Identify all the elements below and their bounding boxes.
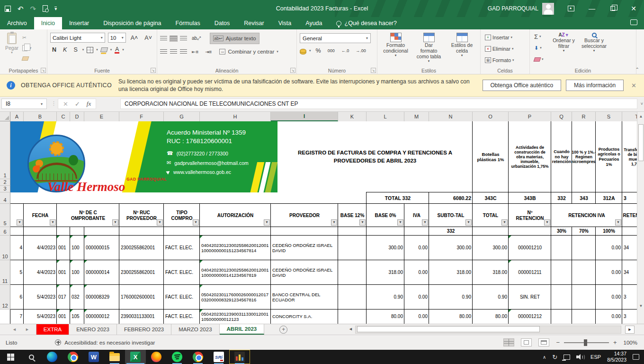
taskbar-chrome-icon[interactable]	[63, 350, 83, 364]
cell-Q13[interactable]	[551, 309, 572, 324]
code-cell-S4[interactable]: 312A	[596, 192, 622, 204]
decrease-font-icon[interactable]: A˅	[143, 34, 154, 42]
fill-button[interactable]: ⬇ ▾	[533, 44, 545, 52]
row-header-10[interactable]: 10	[0, 236, 10, 260]
column-header-L[interactable]: L	[367, 112, 404, 121]
category-cell-P[interactable]: Actividades de construcción de obra mate…	[509, 121, 551, 192]
cell-G12[interactable]: FACT. ELEC.	[164, 285, 200, 309]
font-name-select[interactable]: Calibri Light▾	[50, 33, 105, 43]
confirm-entry-icon[interactable]: ✓	[75, 100, 80, 108]
subheader-cell-D[interactable]	[70, 227, 84, 236]
tell-me-search[interactable]: ¿Qué desea hacer?	[330, 17, 404, 29]
minimize-button[interactable]: —	[581, 0, 602, 17]
filter-button-N[interactable]: ▼	[465, 219, 472, 226]
font-size-select[interactable]: 10▾	[108, 33, 126, 43]
increase-indent-icon[interactable]: ⇥≡	[203, 49, 214, 55]
table-header-n-ruc-proveedor[interactable]: Nº RUC PROVEEDOR▼	[119, 204, 164, 227]
collapse-ribbon-icon[interactable]: ⌃	[635, 67, 639, 72]
cell-H11[interactable]: 0404202301230025586200120011000000000141…	[200, 260, 271, 285]
table-header-iva[interactable]: IVA▼	[404, 204, 429, 227]
filter-button-O[interactable]: ▼	[501, 219, 508, 226]
taskbar-start-icon[interactable]	[0, 350, 21, 364]
cell-B13[interactable]: 5/4/2023	[24, 309, 57, 324]
align-bottom-icon[interactable]	[180, 36, 187, 41]
cell-C11[interactable]: 001	[57, 260, 70, 285]
cell-K12[interactable]	[338, 285, 367, 309]
sync-icon[interactable]: ↻	[552, 354, 557, 361]
table-header-fecha[interactable]: FECHA▼	[24, 204, 57, 227]
name-box[interactable]: I8▾	[1, 99, 47, 109]
code-cell-O4[interactable]: 343C	[473, 192, 509, 204]
filter-button-A[interactable]: ▼	[17, 219, 23, 226]
taskbar-explorer-icon[interactable]	[104, 350, 125, 364]
subheader-cell-C[interactable]	[57, 227, 70, 236]
row-header-2[interactable]: 2	[0, 179, 10, 186]
subheader-cell-P[interactable]	[509, 227, 551, 236]
taskbar-search-icon[interactable]	[21, 350, 42, 364]
clear-button[interactable]: ▾	[533, 55, 545, 64]
ribbon-tab-ayuda[interactable]: Ayuda	[298, 17, 329, 29]
cell-D10[interactable]: 100	[70, 236, 84, 260]
cell-R13[interactable]	[572, 309, 596, 324]
page-layout-view-button[interactable]	[521, 338, 532, 346]
align-center-icon[interactable]	[170, 49, 177, 55]
align-right-icon[interactable]	[180, 49, 187, 55]
autosum-button[interactable]: Σ ▾	[533, 32, 545, 41]
sheet-tab-abril-2023[interactable]: ABRIL 2023	[220, 324, 265, 335]
align-left-icon[interactable]	[160, 49, 167, 55]
cell-I10[interactable]: CEDEÑO ORDOÑEZ ISRAEL DAVID	[271, 236, 338, 260]
select-all-corner[interactable]	[0, 112, 10, 121]
column-header-C[interactable]: C	[57, 112, 70, 121]
subheader-cell-K[interactable]	[338, 227, 367, 236]
cell-D11[interactable]: 100	[70, 260, 84, 285]
subheader-cell-M[interactable]	[404, 227, 429, 236]
volume-icon[interactable]	[576, 354, 584, 360]
column-header-I[interactable]: I	[271, 112, 338, 121]
cell-N11[interactable]: 318.00	[429, 260, 473, 285]
cell-S11[interactable]: 0.00	[596, 260, 622, 285]
column-header-O[interactable]: O	[473, 112, 509, 121]
worksheet[interactable]: GAD PARROQUIAL Valle Hermoso Acuerdo Min…	[0, 112, 637, 324]
underline-button[interactable]: S	[72, 46, 79, 54]
cell-F12[interactable]: 1760002600001	[119, 285, 164, 309]
cell-M13[interactable]: 0.00	[404, 309, 429, 324]
paste-button[interactable]: Pegar▾	[3, 31, 21, 56]
cell-G13[interactable]: FACT. ELEC.	[164, 309, 200, 324]
page-break-view-button[interactable]	[538, 338, 549, 346]
formula-bar-handle[interactable]: ⋮	[51, 100, 56, 107]
cell-B12[interactable]: 5/4/2023	[24, 285, 57, 309]
cell-S13[interactable]: 0.00	[596, 309, 622, 324]
cell-Q12[interactable]	[551, 285, 572, 309]
column-header-G[interactable]: G	[164, 112, 200, 121]
cell-I12[interactable]: BANCO CENTRAL DEL ECUADOR	[271, 285, 338, 309]
taskbar-chrome-profile-icon[interactable]	[188, 350, 208, 364]
sheet-tab-enero-2023[interactable]: ENERO 2023	[69, 324, 117, 335]
numero-dialog-launcher[interactable]: ↘	[371, 68, 376, 73]
cell-M12[interactable]: 0.00	[404, 285, 429, 309]
cell-N13[interactable]: 80.00	[429, 309, 473, 324]
orientation-icon[interactable]: ab⤢	[190, 35, 203, 42]
column-header-N[interactable]: N	[429, 112, 473, 121]
cell-K11[interactable]	[338, 260, 367, 285]
network-icon[interactable]	[564, 355, 570, 360]
copy-button[interactable]: ▾	[21, 44, 33, 52]
taskbar-word-icon[interactable]: W	[83, 350, 104, 364]
column-header-P[interactable]: P	[509, 112, 551, 121]
clock[interactable]: 14:37 8/5/2023	[607, 351, 626, 363]
column-header-B[interactable]: B	[24, 112, 57, 121]
ribbon-display-options-button[interactable]	[561, 0, 581, 17]
zoom-level[interactable]: 100%	[624, 340, 637, 346]
code-cell-Q4[interactable]: 332	[551, 192, 572, 204]
cell-L10[interactable]: 300.00	[367, 236, 404, 260]
subheader-cell-Q[interactable]: 30%	[551, 227, 572, 236]
subheader-cell-T[interactable]	[622, 227, 637, 236]
undo-icon[interactable]: ↶	[18, 5, 24, 12]
table-header-n-retencion[interactable]: Nº RETENCION▼	[509, 204, 551, 227]
table-header-proveedor[interactable]: PROVEEDOR▼	[271, 204, 338, 227]
horizontal-scroll-thumb[interactable]	[357, 326, 540, 332]
cell-O13[interactable]: 80.00	[473, 309, 509, 324]
hidden-icons-chevron-icon[interactable]: ∧	[543, 355, 546, 360]
italic-button[interactable]: K	[61, 46, 69, 54]
scroll-down-icon[interactable]: ▼	[638, 302, 644, 309]
column-header-A[interactable]: A	[10, 112, 24, 121]
